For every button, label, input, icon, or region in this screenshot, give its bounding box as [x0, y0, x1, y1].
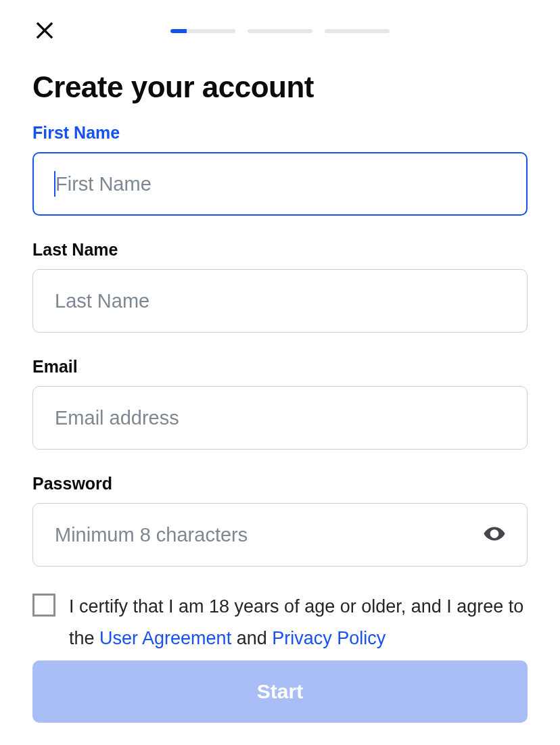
consent-text: I certify that I am 18 years of age or o…	[69, 591, 528, 655]
email-label: Email	[32, 357, 528, 377]
start-button[interactable]: Start	[32, 660, 528, 723]
progress-step-2	[248, 29, 312, 33]
first-name-field: First Name	[32, 123, 528, 216]
consent-text-mid: and	[231, 628, 272, 648]
email-input[interactable]	[32, 386, 528, 450]
privacy-policy-link[interactable]: Privacy Policy	[272, 628, 386, 648]
close-icon	[34, 20, 55, 43]
progress-indicator	[170, 29, 390, 33]
last-name-field: Last Name	[32, 240, 528, 333]
svg-point-2	[492, 531, 497, 536]
progress-step-3	[325, 29, 390, 33]
password-label: Password	[32, 474, 528, 494]
text-caret	[54, 171, 55, 197]
close-button[interactable]	[32, 19, 57, 43]
eye-icon	[483, 523, 506, 548]
last-name-input[interactable]	[32, 269, 528, 333]
consent-row: I certify that I am 18 years of age or o…	[32, 591, 528, 655]
password-input[interactable]	[32, 503, 528, 567]
top-bar	[32, 19, 528, 43]
user-agreement-link[interactable]: User Agreement	[99, 628, 231, 648]
page-title: Create your account	[32, 70, 528, 104]
progress-step-1	[170, 29, 235, 33]
toggle-password-visibility-button[interactable]	[477, 517, 511, 553]
last-name-label: Last Name	[32, 240, 528, 260]
email-field: Email	[32, 357, 528, 450]
age-consent-checkbox[interactable]	[32, 594, 55, 617]
password-field: Password	[32, 474, 528, 567]
first-name-input[interactable]	[32, 152, 528, 216]
first-name-label: First Name	[32, 123, 528, 143]
